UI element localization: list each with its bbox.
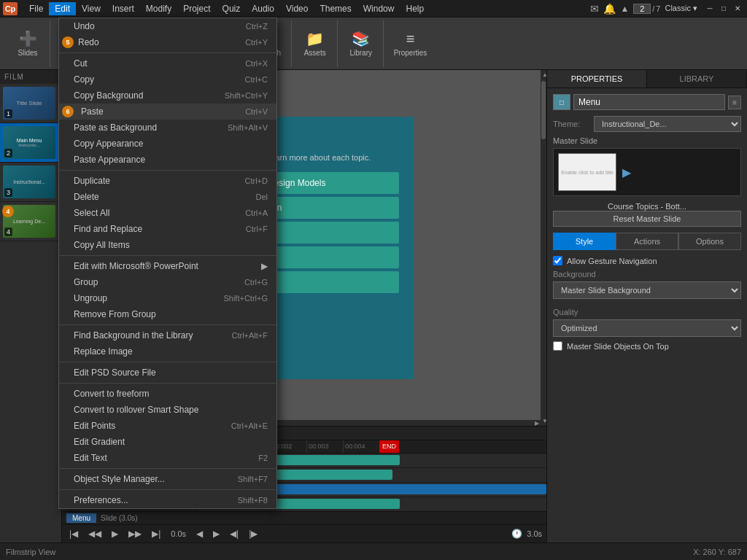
menu-insert[interactable]: Insert	[107, 2, 140, 15]
menu-item-copy-all[interactable]: Copy All Items	[59, 237, 276, 253]
menu-edit[interactable]: Edit	[49, 2, 76, 15]
right-panel: PROPERTIES LIBRARY □ ≡ Theme: Instructio…	[546, 70, 747, 542]
background-section-label: Background	[553, 270, 741, 279]
properties-content: □ ≡ Theme: Instructional_De... Master Sl…	[547, 88, 747, 542]
tab-properties[interactable]: PROPERTIES	[547, 70, 647, 88]
new-slide-icon: ➕	[19, 30, 37, 47]
slide-label-bar: Menu Slide (3.0s)	[62, 511, 546, 524]
separator-4	[59, 324, 276, 325]
new-slide-button[interactable]: ➕ Slides	[10, 27, 45, 60]
separator-8	[59, 489, 276, 490]
menu-item-edit-gradient[interactable]: Edit Gradient	[59, 434, 276, 450]
reset-master-slide-button[interactable]: Reset Master Slide	[553, 211, 741, 227]
menu-item-edit-points[interactable]: Edit Points Ctrl+Alt+E	[59, 418, 276, 434]
timeline-footer: |◀ ◀◀ ▶ ▶▶ ▶| 0.0s ◀ ▶ ◀| |▶ 🕐 3.0s	[62, 524, 546, 542]
properties-tabs: PROPERTIES LIBRARY	[547, 70, 747, 88]
menu-themes[interactable]: Themes	[314, 2, 357, 15]
icon-notification[interactable]: 🔔	[603, 3, 616, 15]
tl-back2-button[interactable]: ◀|	[227, 527, 241, 540]
theme-select[interactable]: Instructional_De...	[594, 116, 741, 132]
maximize-button[interactable]: □	[717, 2, 730, 15]
menu-help[interactable]: Help	[400, 2, 430, 15]
gesture-nav-row: Allow Gesture Navigation	[553, 256, 741, 265]
style-tab-style[interactable]: Style	[553, 233, 616, 250]
properties-group: ≡ Properties	[385, 20, 436, 67]
menu-modify[interactable]: Modify	[140, 2, 177, 15]
menu-item-edit-psd[interactable]: Edit PSD Source File	[59, 365, 276, 381]
menu-item-redo[interactable]: 5 Redo Ctrl+Y	[59, 34, 276, 50]
classic-dropdown[interactable]: Classic ▾	[665, 4, 697, 13]
menu-audio[interactable]: Audio	[246, 2, 280, 15]
assets-button[interactable]: 📁 Assets	[298, 27, 333, 60]
assets-icon: 📁	[306, 30, 324, 47]
icon-email[interactable]: ✉	[590, 3, 599, 15]
menu-item-find-background[interactable]: Find Background in the Library Ctrl+Alt+…	[59, 327, 276, 343]
tl-play-button[interactable]: ▶	[109, 527, 121, 540]
object-name-input[interactable]	[573, 94, 725, 110]
menu-item-object-style[interactable]: Object Style Manager... Shift+F7	[59, 471, 276, 487]
master-objects-checkbox[interactable]	[553, 341, 562, 351]
filmstrip-header: FILM	[0, 70, 61, 84]
slides-label: Slides	[18, 49, 37, 57]
style-tab-actions[interactable]: Actions	[616, 233, 678, 250]
menu-item-paste-background[interactable]: Paste as Background Shift+Alt+V	[59, 120, 276, 136]
background-select[interactable]: Master Slide Background	[553, 281, 741, 299]
menu-item-ungroup[interactable]: Ungroup Shift+Ctrl+G	[59, 290, 276, 306]
tab-library[interactable]: LIBRARY	[647, 70, 747, 88]
minimize-button[interactable]: ─	[703, 2, 716, 15]
menu-file[interactable]: File	[23, 2, 49, 15]
separator-2	[59, 170, 276, 171]
icon-arrow-up[interactable]: ▲	[620, 4, 629, 14]
slide-thumb-3[interactable]: Instructional... 3	[0, 163, 61, 202]
menu-item-select-all[interactable]: Select All Ctrl+A	[59, 205, 276, 221]
menu-item-copy-appearance[interactable]: Copy Appearance	[59, 136, 276, 152]
slide-thumb-4[interactable]: 4 Learning De... 4	[0, 202, 61, 241]
slide-number-1: 1	[4, 109, 12, 118]
tl-back-button[interactable]: ◀	[193, 527, 206, 540]
menu-window[interactable]: Window	[357, 2, 400, 15]
object-menu-button[interactable]: ≡	[728, 96, 741, 109]
menu-quiz[interactable]: Quiz	[217, 2, 247, 15]
tl-end-button[interactable]: ▶|	[149, 527, 163, 540]
separator-6	[59, 383, 276, 384]
menu-item-find-replace[interactable]: Find and Replace Ctrl+F	[59, 221, 276, 237]
properties-button[interactable]: ≡ Properties	[390, 28, 432, 60]
tl-start-button[interactable]: |◀	[66, 527, 81, 540]
menu-item-cut[interactable]: Cut Ctrl+X	[59, 55, 276, 71]
menu-item-preferences[interactable]: Preferences... Shift+F8	[59, 492, 276, 508]
tl-prev-button[interactable]: ◀◀	[85, 527, 104, 540]
tl-next-button[interactable]: ▶▶	[125, 527, 144, 540]
menu-item-remove-group[interactable]: Remove From Group	[59, 306, 276, 322]
menu-project[interactable]: Project	[177, 2, 216, 15]
menu-view[interactable]: View	[76, 2, 107, 15]
menu-item-convert-rollover[interactable]: Convert to rollover Smart Shape	[59, 402, 276, 418]
menu-video[interactable]: Video	[280, 2, 314, 15]
library-button[interactable]: 📚 Library	[344, 27, 379, 60]
menu-item-edit-ppt[interactable]: Edit with Microsoft® PowerPoint ▶	[59, 258, 276, 274]
menu-item-convert-freeform[interactable]: Convert to freeform	[59, 386, 276, 402]
quality-select[interactable]: Optimized	[553, 319, 741, 337]
menu-item-duplicate[interactable]: Duplicate Ctrl+D	[59, 173, 276, 189]
page-current-input[interactable]	[633, 4, 651, 14]
close-button[interactable]: ✕	[731, 2, 744, 15]
menu-item-edit-text[interactable]: Edit Text F2	[59, 450, 276, 466]
allow-gesture-checkbox[interactable]	[553, 256, 562, 265]
style-tab-options[interactable]: Options	[678, 233, 741, 250]
tl-forward2-button[interactable]: |▶	[246, 527, 260, 540]
menu-item-copy[interactable]: Copy Ctrl+C	[59, 71, 276, 88]
assets-group: 📁 Assets	[293, 20, 338, 67]
menu-item-paste[interactable]: 6 Paste Ctrl+V	[59, 104, 276, 120]
menu-item-paste-appearance[interactable]: Paste Appearance	[59, 152, 276, 168]
menu-item-group[interactable]: Group Ctrl+G	[59, 274, 276, 290]
slide-thumb-1[interactable]: Title Slide 1	[0, 84, 61, 123]
menu-item-copy-background[interactable]: Copy Background Shift+Ctrl+Y	[59, 88, 276, 104]
slide-thumb-2[interactable]: Main Menu Instructio... 2	[0, 123, 61, 163]
menu-item-replace-image[interactable]: Replace Image	[59, 343, 276, 359]
vertical-scrollbar[interactable]: ▲ ▼	[541, 70, 546, 426]
ruler-end-marker: END	[379, 440, 399, 453]
menu-item-undo[interactable]: Undo Ctrl+Z	[59, 18, 276, 34]
app-logo: Cp	[3, 2, 18, 15]
menu-item-delete[interactable]: Delete Del	[59, 189, 276, 205]
slide-name-label: Menu	[66, 513, 96, 523]
tl-forward-button[interactable]: ▶	[210, 527, 222, 540]
